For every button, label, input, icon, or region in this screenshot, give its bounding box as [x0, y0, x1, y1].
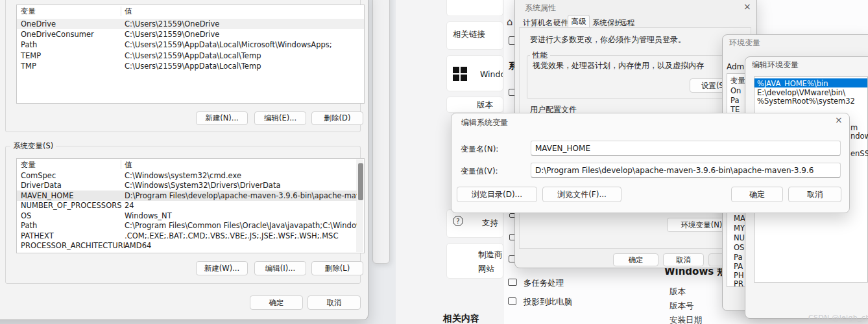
table-row[interactable]: PathC:\Program Files\Common Files\Oracle… [17, 221, 357, 231]
env-cancel-button[interactable]: 取消 [307, 295, 361, 310]
table-row[interactable]: NUMBER_OF_PROCESSORS24 [17, 201, 357, 211]
system-new-button[interactable]: 新建(W)... [196, 261, 248, 275]
table-row[interactable]: DriverDataC:\Windows\System32\Drivers\Dr… [17, 181, 357, 191]
table-row[interactable]: PROCESSOR_ARCHITECTUREAMD64 [17, 241, 357, 251]
scrollbar-thumb[interactable] [358, 163, 363, 200]
user-delete-button[interactable]: 删除(D) [311, 111, 363, 125]
table-row[interactable]: TMPC:\Users\21559\AppData\Local\Temp [17, 61, 364, 71]
table-row[interactable]: PathC:\Users\21559\AppData\Local\Microso… [17, 40, 364, 50]
table-row[interactable]: TEMPC:\Users\21559\AppData\Local\Temp [17, 51, 364, 61]
user-edit-button[interactable]: 编辑(E)... [254, 111, 306, 125]
left-environment-variables-dialog: 变量 值 OneDriveC:\Users\21559\OneDrive One… [0, 0, 868, 324]
table-row[interactable]: PATHEXT.COM;.EXE;.BAT;.CMD;.VBS;.VBE;.JS… [17, 231, 357, 241]
table-row-selected[interactable]: MAVEN_HOMED:\Program Files\develop\apach… [17, 191, 357, 201]
user-new-button[interactable]: 新建(N)... [196, 111, 248, 125]
table-row[interactable]: ComSpecC:\Windows\system32\cmd.exe [17, 170, 357, 181]
system-table-header: 变量 值 [17, 159, 357, 170]
desktop: 笔和触控 相关链接 Windows 版本 ? 支持 制造商 网站 相关内容 ⌂ … [0, 0, 868, 324]
table-row[interactable]: OneDriveConsumerC:\Users\21559\OneDrive [17, 29, 364, 40]
env-ok-button[interactable]: 确定 [250, 295, 303, 310]
system-delete-button[interactable]: 删除(L) [311, 261, 363, 275]
table-row[interactable]: OneDriveC:\Users\21559\OneDrive [17, 19, 364, 29]
watermark: CSDN @leigh_chen [808, 314, 868, 322]
system-edit-button[interactable]: 编辑(I)... [254, 261, 306, 275]
user-table-header: 变量 值 [17, 6, 364, 16]
table-row[interactable]: OSWindows_NT [17, 211, 357, 221]
system-variables-label: 系统变量(S) [10, 141, 56, 151]
